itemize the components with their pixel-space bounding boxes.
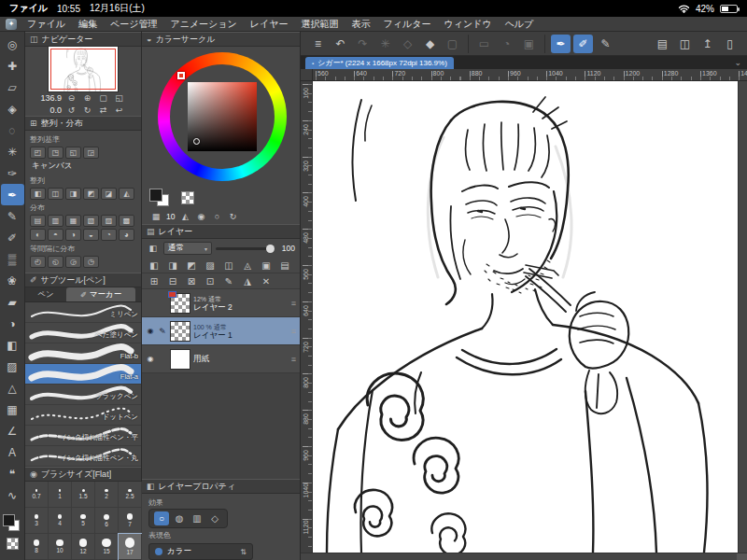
document-tab[interactable]: ▪ シガー* (2224 x 1668px 72dpi 136.9%) — [305, 57, 454, 69]
menu-item[interactable]: アニメーション — [163, 18, 243, 31]
button-icon[interactable]: ▧ — [83, 215, 99, 227]
menu-item[interactable]: フィルター — [377, 18, 438, 31]
brush-size-cell[interactable]: 17 — [119, 534, 142, 560]
pencil-icon[interactable]: ✎ — [596, 35, 615, 53]
brush-item[interactable]: ブラックペン — [25, 385, 141, 405]
reference-layer-icon[interactable]: ◨ — [164, 259, 181, 272]
color-mode-icon[interactable]: ◭ — [178, 211, 191, 223]
app-icon[interactable]: ✦ — [6, 19, 17, 30]
tone-effect-icon[interactable]: ◍ — [172, 511, 187, 525]
brush-item[interactable]: ドットペン — [25, 405, 141, 426]
color-wheel[interactable] — [142, 47, 300, 187]
layer-color-effect-icon[interactable]: ▥ — [190, 511, 204, 525]
flip-layer-icon[interactable]: ◮ — [239, 274, 256, 287]
new-layer-icon[interactable]: ⊞ — [146, 274, 162, 287]
delete-layer-icon[interactable]: ✕ — [258, 274, 275, 287]
button-icon[interactable]: ◱ — [65, 147, 81, 159]
layer-move-tool[interactable]: ◈ — [1, 98, 24, 119]
brush-size-cell[interactable]: 4 — [49, 508, 72, 534]
mask-icon[interactable]: ◫ — [220, 259, 237, 272]
folder-icon[interactable]: ▣ — [258, 259, 275, 272]
brush-size-cell[interactable]: 2.5 — [119, 482, 142, 508]
expression-color-select[interactable]: カラー ⇅ — [148, 543, 253, 560]
layer-row[interactable]: ◉用紙≡ — [142, 345, 300, 373]
button-icon[interactable]: ◫ — [48, 188, 63, 200]
actual-size-icon[interactable]: ◱ — [112, 91, 126, 104]
button-icon[interactable]: ▤ — [30, 215, 46, 227]
layer-handle[interactable]: ≡ — [291, 299, 296, 308]
menu-item[interactable]: 編集 — [72, 18, 104, 31]
brush-size-cell[interactable]: 10 — [49, 534, 72, 560]
main-menu-icon[interactable]: ≡ — [308, 35, 328, 53]
eraser-tool[interactable]: ▰ — [1, 291, 24, 313]
button-icon[interactable]: ◩ — [83, 188, 99, 200]
flip-horizontal-icon[interactable]: ⇄ — [96, 104, 110, 116]
button-icon[interactable]: ▨ — [101, 215, 117, 227]
brush-size-cell[interactable]: 15 — [95, 534, 119, 560]
frame-border-tool[interactable]: ▦ — [1, 399, 24, 420]
select-rect-icon[interactable]: ▭ — [474, 35, 494, 53]
transfer-layer-icon[interactable]: ⊠ — [183, 274, 200, 287]
brush-size-cell[interactable]: 1.5 — [72, 482, 95, 508]
edit-layer-icon[interactable]: ✎ — [220, 274, 237, 287]
share-icon[interactable]: ↥ — [698, 35, 717, 53]
brush-item[interactable]: Flat-b — [25, 343, 141, 364]
transform-icon[interactable]: ▢ — [443, 35, 462, 53]
companion-device-icon[interactable]: ▯ — [720, 35, 740, 53]
brush-size-cell[interactable]: 5 — [72, 508, 95, 534]
button-icon[interactable]: ◑ — [65, 229, 81, 241]
brush-item[interactable]: べた塗りペン — [25, 323, 141, 343]
figure-tool[interactable]: △ — [1, 377, 24, 399]
crop-icon[interactable]: ▣ — [519, 35, 539, 53]
button-icon[interactable]: ◭ — [119, 188, 134, 200]
zoom-tool[interactable]: ◎ — [1, 34, 24, 55]
extract-line-icon[interactable]: ◇ — [207, 511, 222, 525]
tone-grid-icon[interactable]: ▦ — [149, 211, 162, 223]
opacity-slider[interactable] — [216, 247, 275, 250]
button-icon[interactable]: ◕ — [119, 229, 134, 241]
button-icon[interactable]: ◓ — [48, 229, 63, 241]
navigator-preview[interactable] — [25, 47, 141, 91]
fit-screen-icon[interactable]: ▢ — [96, 91, 110, 104]
menu-item[interactable]: 表示 — [345, 18, 377, 31]
button-icon[interactable]: ◶ — [65, 256, 81, 268]
button-icon[interactable]: ◐ — [30, 229, 46, 241]
sv-cursor[interactable] — [193, 138, 200, 145]
rotate-right-icon[interactable]: ↻ — [80, 104, 94, 116]
blend-mode-select[interactable]: 通常▾ — [163, 242, 212, 255]
lock-alpha-icon[interactable]: ▨ — [202, 259, 218, 272]
button-icon[interactable]: ◒ — [83, 229, 99, 241]
select-rotate-icon[interactable]: ◔ — [497, 35, 516, 53]
status-app-menu[interactable]: ファイル — [9, 2, 48, 15]
layer-handle[interactable]: ≡ — [291, 327, 296, 336]
button-icon[interactable]: ◷ — [83, 256, 99, 268]
brush-item[interactable]: ミリペン — [25, 302, 141, 323]
brush-item[interactable]: Flat-a — [25, 364, 141, 385]
visibility-eye-icon[interactable]: ◉ — [146, 355, 155, 363]
menu-item[interactable]: レイヤー — [244, 18, 295, 31]
button-icon[interactable]: ◰ — [30, 147, 46, 159]
palette-menu-icon[interactable]: ▤ — [276, 259, 293, 272]
canvas[interactable] — [313, 81, 738, 553]
new-folder-icon[interactable]: ⊟ — [164, 274, 181, 287]
subtool-tab-pen[interactable]: ペン — [25, 287, 66, 301]
eyedropper-tool[interactable]: ✑ — [1, 162, 24, 184]
subtool-tab-marker[interactable]: ✐マーカー — [66, 287, 135, 301]
brush-item[interactable]: インク切れ油性ペン・平 — [25, 426, 141, 446]
decoration-tool[interactable]: ❀ — [1, 270, 24, 291]
brush-size-cell[interactable]: 7 — [119, 508, 142, 534]
button-icon[interactable]: ◔ — [101, 229, 117, 241]
blend-tool[interactable]: ◑ — [1, 313, 24, 334]
refresh-color-icon[interactable]: ↻ — [226, 211, 239, 223]
brush-size-cell[interactable]: 12 — [72, 534, 95, 560]
brush-size-cell[interactable]: 8 — [25, 534, 49, 560]
tab-list-chevron-icon[interactable]: ⌄ — [734, 58, 741, 67]
button-icon[interactable]: ▥ — [48, 215, 63, 227]
fill-icon[interactable]: ◆ — [420, 35, 440, 53]
pen-icon[interactable]: ✒ — [551, 35, 571, 53]
foreground-color-swatch[interactable] — [3, 514, 15, 526]
brush-icon[interactable]: ✐ — [573, 35, 593, 53]
menu-item[interactable]: ファイル — [21, 18, 72, 31]
button-icon[interactable]: ◴ — [30, 256, 46, 268]
foreground-color-swatch[interactable] — [149, 189, 162, 202]
